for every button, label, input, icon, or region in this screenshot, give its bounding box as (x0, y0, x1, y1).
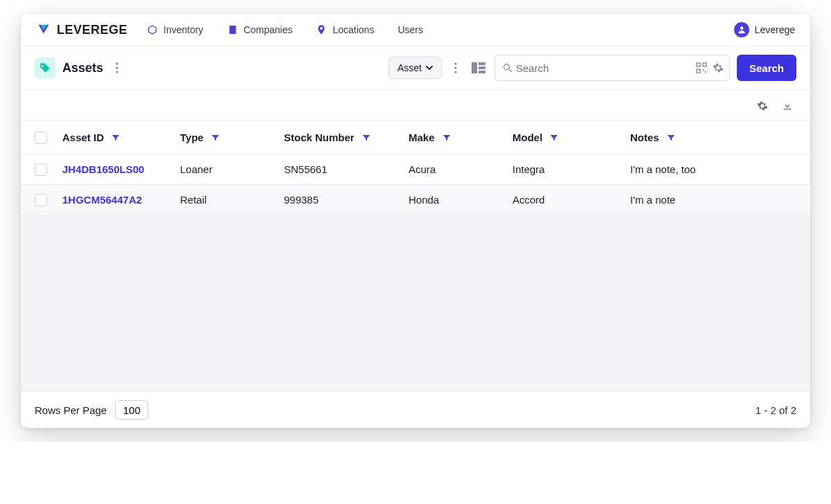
download-icon[interactable] (778, 97, 796, 115)
cell-stock-number: 999385 (284, 194, 319, 206)
logo-icon (36, 22, 51, 37)
row-checkbox[interactable] (35, 194, 47, 206)
pin-icon (316, 24, 327, 35)
user-name: Leverege (755, 24, 795, 35)
assets-tag-icon (35, 57, 55, 78)
cell-model: Integra (512, 163, 545, 175)
svg-point-5 (116, 71, 118, 73)
chevron-down-icon (426, 64, 433, 71)
nav-item-locations[interactable]: Locations (316, 24, 374, 35)
cube-icon (147, 24, 158, 35)
filter-icon-type[interactable] (211, 133, 220, 143)
svg-line-14 (509, 69, 512, 72)
table-gear-icon[interactable] (753, 97, 771, 115)
svg-point-13 (504, 64, 510, 70)
brand-logo[interactable]: LEVEREGE (36, 22, 127, 37)
svg-point-2 (740, 26, 743, 30)
search-input[interactable] (516, 62, 696, 74)
app-window: LEVEREGE Inventory Companies Locations (21, 14, 810, 428)
page-title: Assets (62, 61, 103, 75)
toolbar: Assets Asset (21, 46, 810, 90)
toolbar-left: Assets (35, 57, 124, 78)
svg-rect-9 (472, 62, 477, 73)
table-row[interactable]: JH4DB1650LS00 Loaner SN55661 Acura Integ… (21, 154, 810, 185)
cell-make: Honda (409, 194, 439, 206)
svg-rect-15 (697, 63, 700, 66)
svg-rect-18 (703, 69, 704, 71)
search-button[interactable]: Search (737, 55, 796, 81)
cell-notes: I'm a note, too (630, 163, 696, 175)
search-gear-icon[interactable] (713, 62, 724, 73)
search-icon (502, 62, 513, 73)
page-more-button[interactable] (110, 59, 124, 77)
table-header: Asset ID Type Stock Number Make Model No… (21, 121, 810, 154)
filter-icon-notes[interactable] (666, 133, 676, 143)
toolbar-right: Asset (388, 55, 796, 81)
filter-icon-stock[interactable] (361, 133, 371, 143)
filter-icon-asset-id[interactable] (111, 133, 120, 143)
svg-point-3 (116, 62, 118, 64)
cell-model: Accord (512, 194, 545, 206)
filter-icon-model[interactable] (549, 133, 559, 143)
svg-rect-11 (479, 66, 485, 69)
nav-items: Inventory Companies Locations Users (147, 24, 423, 35)
cell-asset-id[interactable]: 1HGCM56447A2 (62, 194, 142, 206)
user-badge[interactable]: Leverege (734, 22, 795, 37)
cell-make: Acura (409, 163, 436, 175)
col-header-model[interactable]: Model (512, 132, 542, 143)
nav-label-locations: Locations (332, 24, 374, 35)
svg-point-6 (454, 62, 456, 64)
svg-point-7 (454, 66, 456, 69)
col-header-asset-id[interactable]: Asset ID (62, 132, 104, 143)
layout-toggle-button[interactable] (470, 59, 488, 77)
view-more-button[interactable] (449, 59, 463, 77)
svg-point-4 (116, 66, 118, 69)
svg-rect-12 (479, 71, 485, 73)
brand-name: LEVEREGE (57, 23, 127, 37)
dropdown-label: Asset (397, 62, 422, 73)
asset-type-dropdown[interactable]: Asset (388, 57, 442, 79)
svg-rect-19 (705, 71, 706, 73)
nav-item-inventory[interactable]: Inventory (147, 24, 204, 35)
svg-point-8 (454, 71, 456, 73)
page-status[interactable]: 1 - 2 of 2 (756, 404, 796, 416)
nav-label-inventory: Inventory (163, 24, 204, 35)
row-checkbox[interactable] (35, 163, 47, 176)
col-header-stock-number[interactable]: Stock Number (284, 132, 355, 143)
table-area: Asset ID Type Stock Number Make Model No… (21, 121, 810, 391)
rows-per-page-input[interactable] (115, 400, 148, 420)
rows-per-page-label: Rows Per Page (35, 404, 107, 416)
sub-toolbar (21, 90, 810, 121)
cell-asset-id[interactable]: JH4DB1650LS00 (62, 163, 144, 175)
building-icon (227, 24, 238, 35)
cell-type: Loaner (180, 163, 213, 175)
nav-label-companies: Companies (244, 24, 293, 35)
cell-type: Retail (180, 194, 206, 206)
svg-rect-17 (697, 69, 700, 73)
nav-label-users: Users (397, 24, 423, 35)
filter-icon-make[interactable] (442, 133, 452, 143)
col-header-notes[interactable]: Notes (630, 132, 659, 143)
top-nav: LEVEREGE Inventory Companies Locations (21, 14, 810, 46)
cell-notes: I'm a note (630, 194, 675, 206)
footer: Rows Per Page 1 - 2 of 2 (21, 391, 810, 428)
nav-item-companies[interactable]: Companies (227, 24, 293, 35)
col-header-make[interactable]: Make (409, 132, 435, 143)
col-header-type[interactable]: Type (180, 132, 204, 143)
qr-icon[interactable] (696, 62, 707, 73)
select-all-checkbox[interactable] (35, 132, 47, 144)
svg-rect-16 (703, 63, 706, 66)
nav-item-users[interactable]: Users (397, 24, 423, 35)
cell-stock-number: SN55661 (284, 163, 328, 175)
table-row[interactable]: 1HGCM56447A2 Retail 999385 Honda Accord … (21, 185, 810, 215)
search-box (494, 55, 730, 81)
svg-rect-10 (479, 62, 485, 65)
avatar-icon (734, 22, 749, 37)
